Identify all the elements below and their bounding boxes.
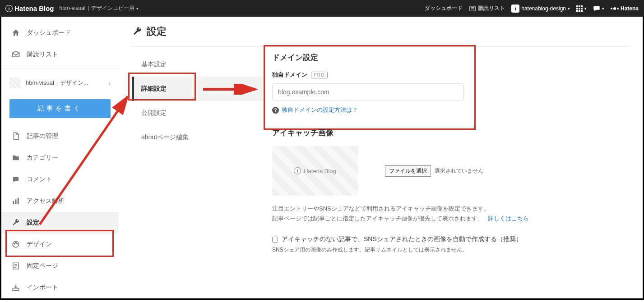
section-eyecatch: アイキャッチ画像 i Hatena Blog ファイルを選択 選択されていません… bbox=[272, 128, 629, 254]
sidebar-item-reading-list[interactable]: 購読リスト bbox=[1, 44, 119, 65]
chart-icon bbox=[11, 197, 20, 206]
home-icon bbox=[11, 28, 20, 37]
hatena-brand-label: Hatena bbox=[621, 5, 639, 12]
domain-field-label: 独自ドメイン PRO bbox=[272, 71, 629, 79]
domain-help-link[interactable]: 独自ドメインの設定方法は？ bbox=[282, 106, 358, 114]
hatena-blog-logo[interactable]: i Hatena Blog bbox=[5, 5, 54, 12]
domain-help: ? 独自ドメインの設定方法は？ bbox=[272, 106, 629, 114]
avatar-icon: i bbox=[511, 5, 519, 13]
write-post-button[interactable]: 記事を書く bbox=[9, 99, 111, 118]
topbar-user-menu[interactable]: i hatenablog-design ▾ bbox=[511, 5, 570, 13]
settings-panel: ドメイン設定 独自ドメイン PRO ? 独自ドメインの設定方法は？ アイキャッチ… bbox=[263, 52, 629, 267]
sidebar-item-label: 固定ページ bbox=[27, 262, 58, 270]
divider bbox=[1, 68, 119, 69]
speech-bubble-icon bbox=[593, 5, 600, 12]
sidebar-item-pages[interactable]: 固定ページ bbox=[1, 255, 119, 277]
document-icon bbox=[11, 132, 20, 141]
eyecatch-section-title: アイキャッチ画像 bbox=[272, 128, 629, 138]
svg-point-9 bbox=[17, 243, 18, 244]
eyecatch-checkbox-label: アイキャッチのない記事で、SNSシェアされたときの画像を自動で作成する（推奨） bbox=[282, 235, 522, 243]
sidebar-item-label: デザイン bbox=[27, 240, 52, 248]
svg-rect-5 bbox=[18, 198, 19, 204]
caret-down-icon: ▾ bbox=[584, 6, 587, 11]
newspaper-icon bbox=[469, 5, 476, 12]
file-select-button[interactable]: ファイルを選択 bbox=[385, 165, 431, 177]
page-icon bbox=[11, 261, 20, 270]
eyecatch-more-link[interactable]: 詳しくはこちら bbox=[488, 215, 529, 222]
tab-basic[interactable]: 基本設定 bbox=[132, 52, 263, 77]
settings-body: 基本設定 詳細設定 公開設定 aboutページ編集 ドメイン設定 独自ドメイン … bbox=[132, 52, 629, 267]
page-title: 設定 bbox=[132, 25, 629, 47]
wrench-icon bbox=[11, 218, 20, 227]
domain-input[interactable] bbox=[272, 83, 464, 101]
pro-badge: PRO bbox=[311, 72, 328, 78]
sidebar-item-analytics[interactable]: アクセス解析 bbox=[1, 190, 119, 212]
svg-rect-3 bbox=[13, 201, 14, 204]
sidebar-item-label: アクセス解析 bbox=[27, 197, 65, 205]
topbar-left: i Hatena Blog hbm-visual｜デザインコピー用 bbox=[5, 5, 139, 12]
wrench-icon bbox=[132, 27, 142, 37]
topbar-dashboard-link[interactable]: ダッシュボード bbox=[425, 5, 463, 12]
palette-icon bbox=[11, 240, 20, 249]
hatena-dots-icon bbox=[611, 7, 619, 10]
tab-publish[interactable]: 公開設定 bbox=[132, 101, 263, 125]
domain-field-label-text: 独自ドメイン bbox=[272, 71, 307, 79]
logo-mark-icon: i bbox=[294, 167, 301, 174]
eyecatch-desc-2: 記事ページでは記事ごとに指定したアイキャッチ画像が優先して表示されます。 bbox=[272, 215, 483, 222]
sidebar-item-label: コメント bbox=[27, 175, 52, 183]
sidebar-item-import[interactable]: インポート bbox=[1, 277, 119, 298]
sidebar-item-posts[interactable]: 記事の管理 bbox=[1, 125, 119, 147]
sidebar-item-label: 購読リスト bbox=[27, 50, 58, 59]
user-label: hatenablog-design bbox=[521, 5, 566, 12]
logo-text: Hatena Blog bbox=[14, 5, 54, 12]
logo-mark-icon: i bbox=[5, 5, 13, 12]
hatena-brand-link[interactable]: Hatena bbox=[611, 5, 639, 12]
blog-switcher[interactable]: hbm-visual｜デザインコピー用 bbox=[60, 5, 139, 12]
svg-point-7 bbox=[14, 243, 15, 244]
eyecatch-auto-checkbox[interactable] bbox=[272, 237, 278, 243]
eyecatch-small-desc: SNSシェア用の画像のみ作成します。記事サムネイルとしては表示されません。 bbox=[272, 246, 629, 254]
apps-menu[interactable]: ▾ bbox=[576, 5, 587, 12]
svg-point-8 bbox=[15, 242, 16, 243]
folder-icon bbox=[11, 153, 20, 162]
notifications[interactable]: ▾ bbox=[593, 5, 604, 12]
sidebar-item-label: 設定 bbox=[27, 219, 39, 227]
import-icon bbox=[11, 283, 20, 292]
sidebar-item-settings[interactable]: 設定 bbox=[1, 212, 119, 233]
eyecatch-desc: 注目エントリーやSNSシェアなどで利用されるアイキャッチ画像を設定できます。 記… bbox=[272, 204, 629, 224]
topbar-reading-list-link[interactable]: 購読リスト bbox=[469, 5, 505, 12]
file-status: 選択されていません bbox=[435, 167, 483, 175]
section-domain: ドメイン設定 独自ドメイン PRO ? 独自ドメインの設定方法は？ bbox=[272, 52, 629, 114]
sidebar-item-label: ダッシュボード bbox=[27, 29, 71, 37]
tab-about[interactable]: aboutページ編集 bbox=[132, 125, 263, 150]
sidebar-item-categories[interactable]: カテゴリー bbox=[1, 147, 119, 169]
sidebar-item-comments[interactable]: コメント bbox=[1, 169, 119, 190]
blog-thumb-icon bbox=[9, 78, 20, 88]
file-row: ファイルを選択 選択されていません bbox=[385, 165, 483, 177]
tab-advanced[interactable]: 詳細設定 bbox=[132, 77, 263, 101]
reading-list-label: 購読リスト bbox=[478, 5, 505, 12]
blog-selector[interactable]: hbm-visual｜デザイン... › bbox=[1, 71, 119, 95]
page-title-text: 設定 bbox=[147, 25, 167, 38]
settings-tabs: 基本設定 詳細設定 公開設定 aboutページ編集 bbox=[132, 52, 263, 267]
content: 設定 基本設定 詳細設定 公開設定 aboutページ編集 ドメイン設定 bbox=[119, 17, 643, 298]
comment-icon bbox=[11, 175, 20, 184]
eyecatch-desc-2-row: 記事ページでは記事ごとに指定したアイキャッチ画像が優先して表示されます。 詳しく… bbox=[272, 214, 629, 224]
eyecatch-desc-1: 注目エントリーやSNSシェアなどで利用されるアイキャッチ画像を設定できます。 bbox=[272, 204, 629, 214]
eyecatch-auto-checkbox-row[interactable]: アイキャッチのない記事で、SNSシェアされたときの画像を自動で作成する（推奨） bbox=[272, 235, 629, 243]
sidebar: ダッシュボード 購読リスト hbm-visual｜デザイン... › 記事を書く… bbox=[1, 17, 119, 298]
blog-switcher-label: hbm-visual｜デザインコピー用 bbox=[60, 5, 134, 12]
chevron-right-icon: › bbox=[109, 80, 111, 87]
sidebar-item-dashboard[interactable]: ダッシュボード bbox=[1, 22, 119, 44]
inbox-icon bbox=[11, 50, 20, 59]
sidebar-item-design[interactable]: デザイン bbox=[1, 233, 119, 255]
domain-section-title: ドメイン設定 bbox=[272, 52, 629, 63]
caret-down-icon: ▾ bbox=[602, 6, 604, 11]
help-icon: ? bbox=[272, 107, 279, 114]
svg-rect-14 bbox=[13, 288, 19, 291]
eyecatch-preview: i Hatena Blog bbox=[272, 146, 358, 196]
topbar: i Hatena Blog hbm-visual｜デザインコピー用 ダッシュボー… bbox=[0, 0, 644, 17]
caret-down-icon: ▾ bbox=[568, 6, 570, 11]
eyecatch-row: i Hatena Blog ファイルを選択 選択されていません bbox=[272, 146, 629, 196]
sidebar-item-label: 記事の管理 bbox=[27, 132, 58, 140]
